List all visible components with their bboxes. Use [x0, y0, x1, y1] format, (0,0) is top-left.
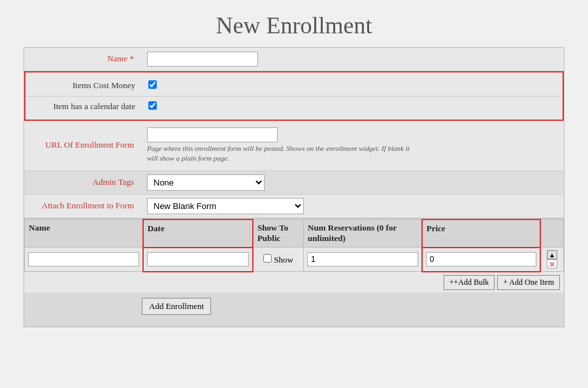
row-show-cell: Show: [253, 248, 304, 272]
items-table-section: Name Date Show To Public Num Reservation…: [24, 218, 564, 293]
url-description: Page where this enrollment form will be …: [147, 144, 421, 164]
page-title: New Enrollment: [0, 0, 588, 47]
row-name-input[interactable]: [28, 252, 139, 267]
admin-tags-select[interactable]: None: [147, 174, 265, 191]
row-price-cell: [422, 248, 540, 272]
items-table: Name Date Show To Public Num Reservation…: [24, 219, 564, 272]
row-controls-cell: ▲ ✕: [540, 248, 564, 272]
col-actions-header: [540, 219, 564, 248]
col-num-reservations-header: Num Reservations (0 for unlimited): [304, 219, 422, 248]
item-calendar-field: [143, 99, 563, 115]
attach-select[interactable]: New Blank Form: [147, 198, 304, 214]
row-show-checkbox[interactable]: [263, 254, 272, 263]
admin-tags-row: Admin Tags None: [24, 171, 564, 195]
col-show-header: Show To Public: [253, 219, 304, 248]
admin-tags-field: None: [142, 172, 564, 193]
name-input[interactable]: [147, 52, 258, 67]
row-delete-button[interactable]: ✕: [547, 259, 557, 268]
items-cost-money-checkbox[interactable]: [148, 80, 157, 89]
row-date-input[interactable]: [147, 252, 249, 267]
url-field-wrapper: Page where this enrollment form will be …: [142, 125, 564, 167]
col-price-header: Price: [422, 219, 540, 248]
add-one-item-button[interactable]: + Add One Item: [497, 275, 560, 290]
col-date-header: Date: [143, 219, 253, 248]
row-num-reservations-input[interactable]: [307, 252, 418, 267]
attach-enrollment-row: Attach Enrollment to Form New Blank Form: [24, 195, 564, 218]
row-up-button[interactable]: ▲: [547, 250, 557, 259]
attach-field: New Blank Form: [142, 195, 564, 217]
checkboxes-group: Items Cost Money Item has a calendar dat…: [24, 71, 564, 121]
items-cost-money-label: Items Cost Money: [25, 80, 143, 91]
add-enrollment-wrapper: Add Enrollment: [24, 293, 564, 320]
row-price-input[interactable]: [426, 252, 536, 267]
table-row: Show ▲ ✕: [25, 248, 564, 272]
table-actions: ++Add Bulk + Add One Item: [24, 272, 564, 293]
name-label: Name *: [24, 54, 142, 65]
admin-tags-label: Admin Tags: [24, 177, 142, 188]
row-name-cell: [25, 248, 143, 272]
url-label: URL Of Enrollment Form: [24, 140, 142, 151]
name-row: Name *: [24, 48, 564, 71]
name-field-wrapper: [142, 49, 564, 69]
url-row: URL Of Enrollment Form Page where this e…: [24, 121, 564, 171]
attach-label: Attach Enrollment to Form: [24, 201, 142, 212]
show-label: Show: [274, 255, 293, 265]
row-date-cell: [143, 248, 253, 272]
add-bulk-button[interactable]: ++Add Bulk: [444, 275, 495, 290]
add-enrollment-button[interactable]: Add Enrollment: [142, 298, 211, 315]
items-cost-money-field: [143, 78, 563, 94]
items-cost-money-row: Items Cost Money: [25, 75, 563, 96]
item-calendar-label: Item has a calendar date: [25, 101, 143, 112]
col-name-header: Name: [25, 219, 143, 248]
row-num-reservations-cell: [304, 248, 422, 272]
item-calendar-checkbox[interactable]: [148, 101, 157, 110]
row-controls: ▲ ✕: [544, 250, 560, 268]
item-calendar-row: Item has a calendar date: [25, 96, 563, 117]
url-input[interactable]: [147, 127, 278, 142]
